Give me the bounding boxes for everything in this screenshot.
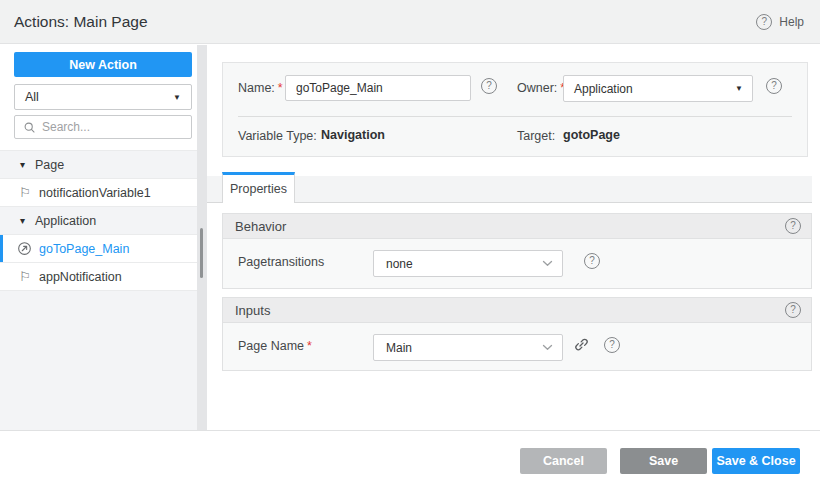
action-summary-panel: Name:* ? Owner:* Application ▼ ? Variabl… bbox=[222, 62, 808, 157]
owner-select-value: Application bbox=[574, 82, 735, 96]
save-and-close-button[interactable]: Save & Close bbox=[712, 448, 800, 474]
target-label: Target: bbox=[517, 129, 555, 143]
tab-properties[interactable]: Properties bbox=[222, 172, 295, 203]
tree-item-appnotification[interactable]: ⚐ appNotification bbox=[0, 263, 197, 291]
tree-group-label: Application bbox=[35, 214, 96, 228]
owner-label: Owner:* bbox=[517, 81, 565, 95]
filter-select-value: All bbox=[25, 90, 173, 104]
behavior-section: Behavior ? Pagetransitions none ? bbox=[222, 213, 812, 289]
selected-indicator bbox=[0, 235, 3, 262]
name-input[interactable] bbox=[285, 75, 471, 101]
search-icon bbox=[23, 121, 36, 134]
page-title: Actions: Main Page bbox=[14, 13, 148, 31]
tree-item-label: notificationVariable1 bbox=[39, 186, 151, 200]
required-mark: * bbox=[278, 81, 283, 95]
new-action-button[interactable]: New Action bbox=[14, 52, 192, 77]
sidebar: New Action All ▼ ▾ Page ⚐ notificationVa… bbox=[0, 45, 197, 430]
tree-group-application[interactable]: ▾ Application bbox=[0, 207, 197, 235]
cancel-button[interactable]: Cancel bbox=[520, 448, 607, 474]
owner-help-icon[interactable]: ? bbox=[766, 78, 782, 94]
pagetransitions-dropdown[interactable]: none bbox=[373, 250, 563, 277]
search-input[interactable] bbox=[42, 120, 183, 134]
actions-tree: ▾ Page ⚐ notificationVariable1 ▾ Applica… bbox=[0, 150, 197, 291]
chevron-down-icon bbox=[542, 344, 553, 351]
required-mark: * bbox=[307, 339, 312, 353]
goto-page-icon bbox=[17, 241, 33, 256]
help-label: Help bbox=[779, 15, 804, 29]
search-box bbox=[14, 115, 192, 139]
page-name-dropdown[interactable]: Main bbox=[373, 334, 563, 361]
chevron-down-icon bbox=[542, 260, 553, 267]
tree-item-label: appNotification bbox=[39, 270, 122, 284]
caret-down-icon[interactable]: ▾ bbox=[20, 159, 25, 170]
variable-flag-icon: ⚐ bbox=[17, 186, 33, 199]
filter-select[interactable]: All ▼ bbox=[14, 84, 192, 110]
inputs-section-body: Page Name* Main ? bbox=[223, 323, 811, 395]
tree-item-gotopage-main[interactable]: goToPage_Main bbox=[0, 235, 197, 263]
behavior-section-header: Behavior ? bbox=[223, 214, 811, 239]
variable-type-label: Variable Type: bbox=[238, 129, 317, 143]
tab-strip bbox=[207, 176, 812, 203]
target-value: gotoPage bbox=[563, 128, 620, 142]
help-button[interactable]: ? Help bbox=[756, 14, 804, 30]
behavior-section-title: Behavior bbox=[235, 219, 286, 234]
variable-type-value: Navigation bbox=[321, 128, 385, 142]
page-name-help-icon[interactable]: ? bbox=[604, 337, 620, 353]
tree-group-page[interactable]: ▾ Page bbox=[0, 151, 197, 179]
select-arrow-icon: ▼ bbox=[173, 93, 181, 102]
help-icon: ? bbox=[756, 14, 772, 30]
owner-select[interactable]: Application ▼ bbox=[563, 75, 753, 102]
page-name-label: Page Name* bbox=[238, 339, 312, 353]
inputs-section-header: Inputs ? bbox=[223, 298, 811, 323]
inputs-section: Inputs ? Page Name* Main ? bbox=[222, 297, 812, 371]
tree-group-label: Page bbox=[35, 158, 64, 172]
variable-flag-icon: ⚐ bbox=[17, 270, 33, 283]
footer-bar: Cancel Save Save & Close bbox=[0, 430, 820, 488]
page-name-dropdown-value: Main bbox=[386, 341, 542, 355]
inputs-section-title: Inputs bbox=[235, 303, 270, 318]
tree-item-label: goToPage_Main bbox=[39, 242, 129, 256]
pagetransitions-help-icon[interactable]: ? bbox=[584, 253, 600, 269]
main-content: Name:* ? Owner:* Application ▼ ? Variabl… bbox=[207, 45, 820, 430]
sidebar-scrollbar-track bbox=[197, 45, 207, 430]
tree-item-notificationvariable1[interactable]: ⚐ notificationVariable1 bbox=[0, 179, 197, 207]
save-button[interactable]: Save bbox=[620, 448, 707, 474]
pagetransitions-label: Pagetransitions bbox=[238, 255, 324, 269]
bind-link-icon[interactable] bbox=[573, 336, 590, 353]
behavior-help-icon[interactable]: ? bbox=[785, 218, 801, 234]
sidebar-scrollbar-thumb[interactable] bbox=[200, 228, 203, 278]
pagetransitions-dropdown-value: none bbox=[386, 257, 542, 271]
name-label: Name:* bbox=[238, 81, 283, 95]
panel-divider bbox=[238, 116, 792, 117]
inputs-help-icon[interactable]: ? bbox=[785, 302, 801, 318]
header: Actions: Main Page ? Help bbox=[0, 0, 820, 44]
name-help-icon[interactable]: ? bbox=[481, 78, 497, 94]
select-arrow-icon: ▼ bbox=[735, 84, 743, 93]
caret-down-icon[interactable]: ▾ bbox=[20, 215, 25, 226]
